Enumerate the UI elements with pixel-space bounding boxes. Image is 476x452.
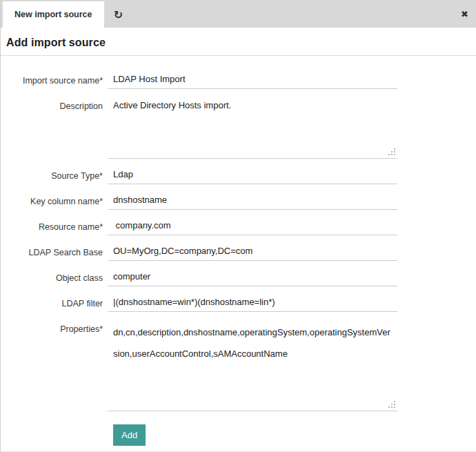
- resize-grip-icon[interactable]: [388, 148, 396, 156]
- panel-window: New import source ↻ ✖ Add import source …: [0, 0, 476, 452]
- tab-bar: New import source ↻ ✖: [1, 0, 476, 28]
- field-label: Source Type*: [1, 167, 103, 184]
- form-actions: Add: [113, 424, 476, 446]
- tab-new-import-source[interactable]: New import source: [3, 1, 104, 28]
- key-column-name-input[interactable]: [108, 193, 397, 210]
- field-label: Description: [1, 97, 103, 159]
- resource-name-input[interactable]: [108, 218, 397, 235]
- description-textarea[interactable]: Active Directory Hosts import.: [108, 97, 397, 159]
- field-label: Object class: [1, 269, 103, 286]
- properties-textarea[interactable]: dn,cn,description,dnshostname,operatingS…: [108, 320, 397, 411]
- add-button[interactable]: Add: [113, 424, 146, 446]
- tab-label: New import source: [14, 10, 92, 19]
- form-row-source-type: Source Type*: [1, 167, 476, 184]
- field-label: LDAP filter: [1, 295, 103, 312]
- form-row-import-source-name: Import source name*: [1, 72, 476, 89]
- field-label: Import source name*: [1, 72, 103, 89]
- source-type-input[interactable]: [108, 167, 397, 184]
- panel-content: Add import source Import source name* De…: [1, 28, 476, 446]
- close-icon: ✖: [461, 9, 468, 19]
- field-label: Resource name*: [1, 218, 103, 235]
- ldap-filter-input[interactable]: [108, 295, 397, 312]
- object-class-input[interactable]: [108, 269, 397, 286]
- field-label: Properties*: [1, 320, 103, 411]
- form-row-key-column-name: Key column name*: [1, 193, 476, 210]
- ldap-search-base-input[interactable]: [108, 244, 397, 261]
- add-import-source-form: Import source name* Description Active D…: [1, 72, 476, 446]
- import-source-name-input[interactable]: [108, 72, 397, 89]
- form-row-resource-name: Resource name*: [1, 218, 476, 235]
- resize-grip-icon[interactable]: [388, 401, 396, 409]
- field-label: LDAP Search Base: [1, 244, 103, 261]
- form-row-description: Description Active Directory Hosts impor…: [1, 97, 476, 159]
- refresh-icon: ↻: [114, 8, 123, 21]
- form-row-object-class: Object class: [1, 269, 476, 286]
- close-button[interactable]: ✖: [461, 0, 468, 28]
- page-title: Add import source: [6, 37, 476, 49]
- title-divider: [1, 55, 476, 56]
- form-row-ldap-search-base: LDAP Search Base: [1, 244, 476, 261]
- form-row-ldap-filter: LDAP filter: [1, 295, 476, 312]
- form-row-properties: Properties* dn,cn,description,dnshostnam…: [1, 320, 476, 411]
- field-label: Key column name*: [1, 193, 103, 210]
- refresh-button[interactable]: ↻: [104, 1, 133, 28]
